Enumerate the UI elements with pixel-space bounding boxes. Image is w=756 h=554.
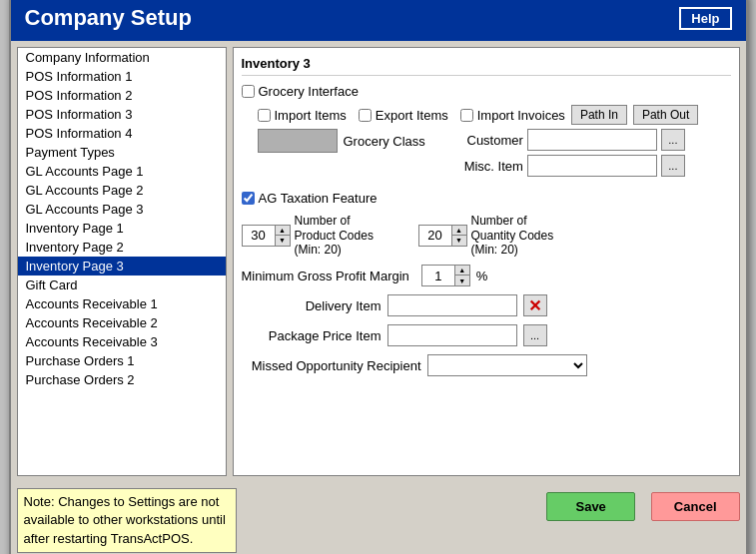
import-invoices-label: Import Invoices — [477, 108, 565, 123]
misc-item-label: Misc. Item — [453, 159, 523, 174]
qty-codes-spin-buttons: ▲ ▼ — [451, 226, 466, 246]
export-items-label: Export Items — [376, 108, 448, 123]
customer-field-row: Customer ... — [453, 129, 685, 151]
cancel-button[interactable]: Cancel — [651, 492, 740, 521]
sidebar-item[interactable]: Purchase Orders 2 — [18, 370, 226, 389]
grocery-interface-section: Grocery Interface Import Items Export It… — [242, 84, 731, 181]
delivery-item-label: Delivery Item — [242, 298, 381, 313]
sidebar-item[interactable]: GL Accounts Page 3 — [18, 200, 226, 219]
export-items-check-label[interactable]: Export Items — [359, 108, 448, 123]
percent-label: % — [476, 269, 488, 283]
ag-taxation-check-row: AG Taxation Feature — [242, 191, 731, 206]
margin-row: Minimum Gross Profit Margin ▲ ▼ % — [242, 265, 731, 286]
package-price-label: Package Price Item — [242, 328, 381, 343]
export-items-checkbox[interactable] — [359, 109, 372, 122]
sidebar-item[interactable]: Purchase Orders 1 — [18, 351, 226, 370]
sidebar-item[interactable]: Accounts Receivable 2 — [18, 313, 226, 332]
min-gross-down-button[interactable]: ▼ — [455, 276, 469, 285]
qty-codes-label: Number of Quantity Codes (Min: 20) — [471, 214, 571, 257]
sidebar-item[interactable]: Inventory Page 3 — [18, 257, 226, 276]
grocery-class-label: Grocery Class — [344, 134, 425, 149]
misc-item-input[interactable] — [527, 155, 657, 177]
ag-taxation-checkbox[interactable] — [242, 192, 255, 205]
product-codes-input[interactable] — [243, 226, 275, 246]
qty-codes-up-button[interactable]: ▲ — [452, 226, 466, 236]
min-gross-spin-buttons: ▲ ▼ — [454, 266, 469, 285]
ag-taxation-check-label[interactable]: AG Taxation Feature — [242, 191, 378, 206]
package-price-input[interactable] — [387, 324, 517, 346]
company-setup-dialog: Company Setup Help Company InformationPO… — [9, 0, 748, 554]
qty-codes-spinbox: ▲ ▼ — [418, 225, 467, 247]
title-bar: Company Setup Help — [11, 0, 746, 41]
grocery-interface-checkbox[interactable] — [242, 85, 255, 98]
product-codes-spin-buttons: ▲ ▼ — [275, 226, 290, 246]
qty-codes-down-button[interactable]: ▼ — [452, 236, 466, 246]
delete-x-icon: ✕ — [528, 296, 541, 315]
codes-row: ▲ ▼ Number of Product Codes (Min: 20) ▲ … — [242, 214, 731, 257]
sidebar-item[interactable]: Payment Types — [18, 143, 226, 162]
ag-taxation-section: AG Taxation Feature ▲ ▼ Number of Produc… — [242, 191, 731, 376]
import-invoices-checkbox[interactable] — [460, 109, 473, 122]
product-codes-up-button[interactable]: ▲ — [276, 226, 290, 236]
ag-taxation-label: AG Taxation Feature — [259, 191, 378, 206]
package-price-row: Package Price Item ... — [242, 324, 731, 346]
import-items-checkbox[interactable] — [258, 109, 271, 122]
customer-ellipsis-button[interactable]: ... — [661, 129, 685, 151]
sidebar-item[interactable]: POS Information 3 — [18, 105, 226, 124]
missed-opp-dropdown[interactable] — [427, 354, 587, 376]
qty-codes-block: ▲ ▼ Number of Quantity Codes (Min: 20) — [418, 214, 571, 257]
sidebar-item[interactable]: POS Information 2 — [18, 86, 226, 105]
min-gross-spinbox: ▲ ▼ — [421, 265, 470, 286]
misc-item-field-row: Misc. Item ... — [453, 155, 685, 177]
action-buttons: Save Cancel — [546, 492, 739, 521]
sidebar-item[interactable]: Inventory Page 2 — [18, 238, 226, 257]
sidebar-item[interactable]: GL Accounts Page 2 — [18, 181, 226, 200]
qty-codes-input[interactable] — [419, 226, 451, 246]
sidebar-item[interactable]: POS Information 4 — [18, 124, 226, 143]
missed-opp-row: Missed Opportunity Recipient — [242, 354, 731, 376]
grocery-interface-check-label[interactable]: Grocery Interface — [242, 84, 359, 99]
sidebar-item[interactable]: Inventory Page 1 — [18, 219, 226, 238]
path-out-button[interactable]: Path Out — [633, 105, 698, 125]
customer-input[interactable] — [527, 129, 657, 151]
note-text: Note: Changes to Settings are not availa… — [24, 494, 226, 545]
delivery-item-input[interactable] — [387, 294, 517, 316]
save-button[interactable]: Save — [546, 492, 634, 521]
main-content: Company InformationPOS Information 1POS … — [11, 41, 746, 482]
product-codes-spinbox: ▲ ▼ — [242, 225, 291, 247]
product-codes-down-button[interactable]: ▼ — [276, 236, 290, 246]
sidebar-item[interactable]: POS Information 1 — [18, 67, 226, 86]
min-gross-input[interactable] — [422, 266, 454, 285]
min-gross-up-button[interactable]: ▲ — [455, 266, 469, 276]
package-price-ellipsis-button[interactable]: ... — [523, 324, 547, 346]
customer-label: Customer — [453, 133, 523, 148]
path-in-button[interactable]: Path In — [571, 105, 627, 125]
sidebar-item[interactable]: Gift Card — [18, 276, 226, 294]
sidebar-item[interactable]: Company Information — [18, 48, 226, 67]
note-box: Note: Changes to Settings are not availa… — [17, 488, 237, 553]
min-gross-label: Minimum Gross Profit Margin — [242, 269, 409, 283]
sidebar-item[interactable]: GL Accounts Page 1 — [18, 162, 226, 181]
import-items-label: Import Items — [275, 108, 347, 123]
product-codes-block: ▲ ▼ Number of Product Codes (Min: 20) — [242, 214, 394, 257]
dialog-title: Company Setup — [25, 5, 192, 31]
grocery-section-header: Grocery Interface — [242, 84, 731, 99]
missed-opp-label: Missed Opportunity Recipient — [242, 358, 421, 373]
grocery-class-box — [258, 129, 338, 153]
misc-item-ellipsis-button[interactable]: ... — [661, 155, 685, 177]
panel-title: Inventory 3 — [242, 56, 731, 76]
sidebar-item[interactable]: Accounts Receivable 1 — [18, 294, 226, 313]
grocery-interface-label: Grocery Interface — [259, 84, 359, 99]
delivery-delete-button[interactable]: ✕ — [523, 294, 547, 316]
product-codes-label: Number of Product Codes (Min: 20) — [295, 214, 394, 257]
help-button[interactable]: Help — [679, 7, 731, 30]
import-items-check-label[interactable]: Import Items — [258, 108, 347, 123]
bottom-bar: Note: Changes to Settings are not availa… — [11, 482, 746, 554]
delivery-row: Delivery Item ✕ — [242, 294, 731, 316]
import-invoices-check-label[interactable]: Import Invoices — [460, 108, 565, 123]
sidebar-item[interactable]: Accounts Receivable 3 — [18, 332, 226, 351]
sidebar: Company InformationPOS Information 1POS … — [17, 47, 227, 476]
right-panel: Inventory 3 Grocery Interface Import Ite… — [233, 47, 740, 476]
